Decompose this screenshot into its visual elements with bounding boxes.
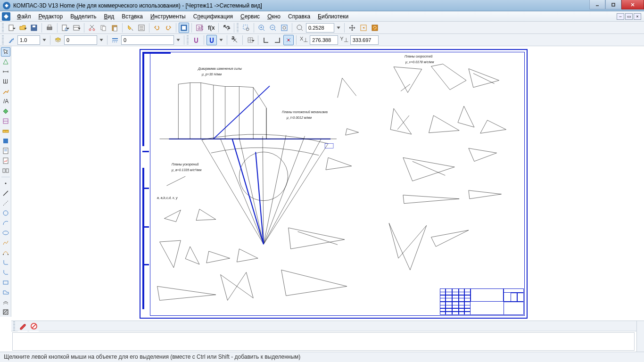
redo-button[interactable] bbox=[163, 23, 173, 33]
print-button[interactable] bbox=[44, 23, 55, 33]
apply-button[interactable] bbox=[17, 321, 28, 331]
zoom-dropdown-button[interactable] bbox=[335, 23, 342, 33]
snap-toggle-button[interactable] bbox=[191, 35, 201, 45]
window-minimize-button[interactable] bbox=[589, 0, 605, 9]
spec-tool[interactable] bbox=[1, 146, 10, 156]
undo-button[interactable] bbox=[152, 23, 162, 33]
edit-text-tool[interactable]: /A bbox=[1, 97, 10, 106]
zoom-prev-button[interactable] bbox=[358, 23, 369, 33]
copy-button[interactable] bbox=[98, 23, 108, 33]
redraw-button[interactable] bbox=[370, 23, 380, 33]
rect-tool[interactable] bbox=[1, 278, 10, 287]
ortho-r-button[interactable] bbox=[272, 35, 282, 45]
menu-select[interactable]: Выделить bbox=[66, 12, 100, 21]
toolbar-grip[interactable] bbox=[237, 23, 239, 33]
window-maximize-button[interactable] bbox=[605, 0, 621, 9]
notation-tool[interactable]: Ш bbox=[1, 77, 10, 86]
zoom-scale-button[interactable] bbox=[295, 23, 305, 33]
circle-tool[interactable] bbox=[1, 208, 10, 218]
toolbar-grip[interactable] bbox=[2, 23, 4, 33]
hatch-tool[interactable] bbox=[1, 307, 10, 317]
build-tool[interactable] bbox=[1, 87, 10, 96]
doc-close-button[interactable]: × bbox=[634, 13, 641, 20]
aux-line-tool[interactable] bbox=[1, 198, 10, 208]
ortho-l-button[interactable] bbox=[261, 35, 271, 45]
sel-tool[interactable] bbox=[1, 136, 10, 146]
toolbar-grip[interactable] bbox=[13, 321, 15, 331]
menu-tools[interactable]: Инструменты bbox=[147, 12, 190, 21]
preview-button[interactable] bbox=[60, 23, 70, 33]
ellipse-tool[interactable] bbox=[1, 228, 10, 238]
new-button[interactable] bbox=[6, 23, 17, 33]
step-input[interactable] bbox=[17, 35, 40, 45]
dims-tool[interactable] bbox=[1, 67, 10, 76]
menu-view[interactable]: Вид bbox=[100, 12, 118, 21]
contour-tool[interactable] bbox=[1, 288, 10, 297]
menu-libs[interactable]: Библиотеки bbox=[314, 12, 352, 21]
menu-window[interactable]: Окно bbox=[264, 12, 284, 21]
open-button[interactable] bbox=[17, 23, 28, 33]
doc-minimize-button[interactable]: – bbox=[617, 13, 624, 20]
snap-settings-button[interactable] bbox=[218, 35, 224, 45]
menu-file[interactable]: Файл bbox=[13, 12, 35, 21]
grid-button[interactable] bbox=[245, 35, 256, 45]
measure-tool[interactable] bbox=[1, 126, 10, 136]
log-scrollbar[interactable] bbox=[636, 321, 644, 352]
arc-tool[interactable] bbox=[1, 218, 10, 228]
zoom-out-button[interactable] bbox=[268, 23, 278, 33]
param2-tool[interactable] bbox=[1, 116, 10, 126]
line-tool[interactable] bbox=[1, 189, 10, 198]
equid-tool[interactable] bbox=[1, 297, 10, 307]
chamfer-tool[interactable] bbox=[1, 268, 10, 277]
layer-input[interactable] bbox=[64, 35, 97, 45]
zoom-window-button[interactable] bbox=[241, 23, 251, 33]
layer-dd[interactable] bbox=[98, 35, 105, 45]
snap-active-button[interactable] bbox=[206, 35, 217, 45]
menu-spec[interactable]: Спецификация bbox=[190, 12, 237, 21]
variables-button[interactable]: ab bbox=[194, 23, 205, 33]
select-tool[interactable] bbox=[1, 47, 10, 57]
param-button[interactable]: a bbox=[230, 35, 240, 45]
fillet-tool[interactable] bbox=[1, 258, 10, 267]
cut-button[interactable] bbox=[87, 23, 97, 33]
message-log[interactable] bbox=[12, 332, 635, 351]
drawing-canvas[interactable]: Диаграмма изменения силы μ_p=30 Н/мм Пла… bbox=[11, 46, 644, 321]
menu-service[interactable]: Сервис bbox=[237, 12, 264, 21]
step-button[interactable] bbox=[6, 35, 17, 45]
zoom-in-button[interactable] bbox=[256, 23, 267, 33]
pan-button[interactable] bbox=[347, 23, 357, 33]
stop-button[interactable] bbox=[29, 321, 39, 331]
bezier-tool[interactable] bbox=[1, 248, 10, 257]
layer-button[interactable] bbox=[53, 35, 63, 45]
toolbar-grip[interactable] bbox=[2, 35, 4, 45]
report-tool[interactable] bbox=[1, 156, 10, 165]
help-arrow-button[interactable]: ? bbox=[221, 23, 231, 33]
manager-button[interactable] bbox=[71, 23, 82, 33]
menu-help[interactable]: Справка bbox=[284, 12, 314, 21]
coord-x-input[interactable] bbox=[310, 35, 338, 45]
doc-restore-button[interactable]: ▭ bbox=[625, 13, 633, 20]
fx-button[interactable]: f(x) bbox=[206, 23, 216, 33]
spline-tool[interactable] bbox=[1, 238, 10, 247]
menu-insert[interactable]: Вставка bbox=[118, 12, 147, 21]
properties-button[interactable] bbox=[136, 23, 147, 33]
round-button[interactable] bbox=[283, 35, 294, 45]
toolbar-grip[interactable] bbox=[187, 35, 189, 45]
window-close-button[interactable] bbox=[621, 0, 644, 9]
coord-y-input[interactable] bbox=[350, 35, 379, 45]
save-button[interactable] bbox=[29, 23, 39, 33]
linestyle-dd[interactable] bbox=[175, 35, 182, 45]
app-menu-icon[interactable] bbox=[2, 12, 10, 21]
menu-editor[interactable]: Редактор bbox=[35, 12, 67, 21]
views-tool[interactable] bbox=[1, 166, 10, 175]
step-dd[interactable] bbox=[41, 35, 48, 45]
edit-tool[interactable] bbox=[1, 107, 10, 116]
geometry-tool[interactable] bbox=[1, 57, 10, 66]
paste-button[interactable] bbox=[109, 23, 120, 33]
linestyle-input[interactable] bbox=[121, 35, 174, 45]
doc-manager-button[interactable] bbox=[179, 23, 189, 33]
zoom-fit-button[interactable] bbox=[279, 23, 289, 33]
point-tool[interactable] bbox=[1, 179, 10, 188]
format-painter-button[interactable] bbox=[125, 23, 135, 33]
linestyle-button[interactable] bbox=[110, 35, 120, 45]
